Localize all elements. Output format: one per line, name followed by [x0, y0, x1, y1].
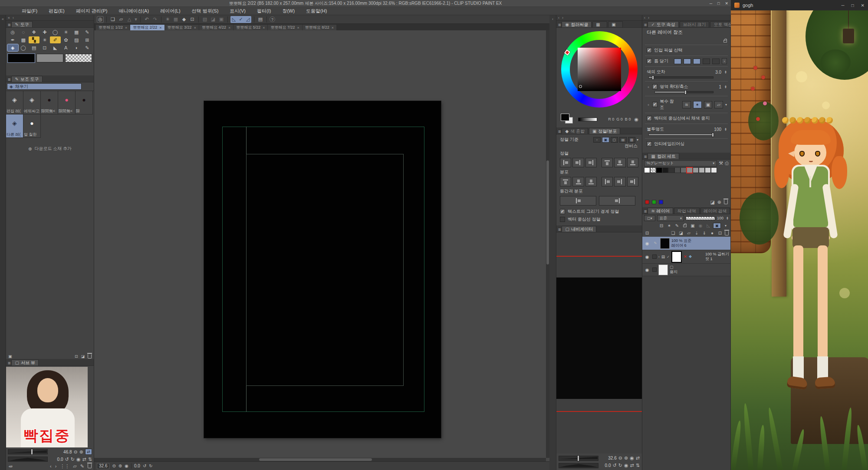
swatch-gray-40[interactable]	[681, 167, 687, 173]
wand-tool[interactable]: ✳	[61, 29, 72, 36]
menu-window[interactable]: 창(W)	[282, 8, 295, 14]
close-tab-icon[interactable]: ×	[228, 26, 230, 30]
panel-menu-icon[interactable]: ≡	[558, 22, 561, 27]
menu-edit[interactable]: 편집(E)	[49, 8, 65, 14]
vector-stop-checkbox[interactable]: ✓	[647, 116, 652, 121]
layer-row-paper[interactable]: ◉ ▢ 용지	[642, 264, 730, 276]
selection-border-icon[interactable]: ▣	[218, 16, 225, 23]
rotate-right-icon[interactable]: ↻	[71, 457, 75, 462]
layer-row-cut1[interactable]: ◉ › ▤ ✓ ✕ ❖ 100 % 곱하기 컷 1	[642, 250, 730, 264]
close-tab-icon[interactable]: ×	[297, 26, 299, 30]
prev-image-icon[interactable]: ‹	[50, 463, 52, 469]
custom-brush-tool[interactable]: ▚	[29, 36, 39, 43]
snap-special-icon[interactable]: ✓	[237, 16, 244, 23]
polyline-tool[interactable]: ◣	[50, 44, 61, 51]
spray-tool[interactable]: ✳	[39, 36, 50, 43]
gogh-minimize-button[interactable]: ─	[841, 3, 844, 8]
text-tool[interactable]: A	[61, 44, 72, 51]
open-image-icon[interactable]: ▱	[73, 463, 76, 469]
layer-thumbnail[interactable]	[660, 238, 670, 249]
minimize-button[interactable]: ─	[710, 1, 712, 6]
delete-icon[interactable]: ✳	[164, 16, 171, 23]
merge-down-icon[interactable]: ⇓	[701, 230, 707, 236]
navigator-zoom-slider[interactable]	[559, 456, 598, 461]
gap-level-5[interactable]	[712, 59, 720, 64]
deselect-icon[interactable]: ▧	[201, 16, 208, 23]
fill-enclosed-icon[interactable]: ◆	[181, 16, 187, 23]
fwd-icon[interactable]: ›	[562, 16, 563, 20]
swatch-red[interactable]	[645, 200, 649, 204]
panel-menu-icon[interactable]: ≡	[644, 154, 647, 159]
collapse-icon[interactable]: «	[8, 16, 10, 20]
swatch-white[interactable]	[644, 167, 650, 173]
basis-dropdown-icon[interactable]: ▾	[637, 138, 638, 142]
layer-color-button[interactable]: ▢▾	[644, 215, 655, 221]
maximize-button[interactable]: □	[717, 1, 720, 6]
snap-grid-icon[interactable]: ◿	[244, 16, 251, 23]
swatch-transparent[interactable]	[650, 167, 656, 173]
delete-layer-icon[interactable]	[725, 231, 729, 235]
eyedropper-icon[interactable]: ✎	[7, 463, 14, 469]
layer-opacity-spinner[interactable]: ▲▼	[726, 216, 729, 220]
swatch-gray-70[interactable]	[699, 167, 705, 173]
refer-all-layers-button[interactable]: ≋	[682, 101, 691, 108]
tab-color-hidden-2[interactable]: ▣	[608, 21, 623, 27]
subtool-clipped[interactable]: ● 隙	[76, 91, 93, 114]
pattern-tool[interactable]: ▩	[18, 36, 29, 43]
subtool-edit-layer[interactable]: ◈ 편집 레(	[6, 91, 23, 114]
zoom-out-icon[interactable]: ⊖	[74, 449, 78, 455]
vector-center-align-checkbox[interactable]	[560, 217, 565, 222]
doc-tab-4[interactable]: 뽀뽀해요 4/22×	[199, 25, 233, 30]
close-tab-icon[interactable]: ×	[159, 26, 161, 30]
gap-level-4[interactable]	[703, 59, 710, 64]
tab-color-set[interactable]: ▦ 컬러 세트	[648, 153, 679, 159]
subtool-gapless-pink[interactable]: ● 隙間無<	[58, 91, 76, 114]
selection-tool[interactable]: ◌	[18, 29, 29, 36]
doc-tab-6[interactable]: 뽀뽀해요 7/22×	[268, 25, 302, 30]
lock-layer-icon[interactable]	[682, 223, 688, 228]
adjacent-pixels-checkbox[interactable]: ✓	[647, 48, 652, 53]
tab-brush-size[interactable]: 브러시 크기	[680, 21, 710, 27]
move-tool[interactable]: ✚	[39, 29, 50, 36]
blend-mode-dropdown[interactable]: 표준 ▾	[657, 215, 684, 221]
doc-tab-1[interactable]: 뽀뽀해요 1/22×	[96, 25, 130, 30]
align-top-button[interactable]	[602, 158, 613, 167]
new-document-icon[interactable]: ❏	[109, 16, 116, 23]
swatch-gray-10[interactable]	[662, 167, 668, 173]
basis-frame-button[interactable]: ▤	[619, 137, 627, 143]
companion-mode-icon[interactable]: ▤	[257, 16, 264, 23]
border-tool[interactable]: ⊡	[39, 44, 50, 51]
create-mask-icon[interactable]: ●	[709, 230, 715, 236]
panel-menu-icon[interactable]: ≡	[558, 227, 561, 232]
canvas-hscrollbar[interactable]	[94, 458, 546, 461]
subview-mode-toggle[interactable]: ⇄	[85, 449, 92, 455]
tab-align-distribute[interactable]: ▣ 정렬/분포	[589, 128, 620, 134]
pen-tool[interactable]: ✒	[7, 36, 18, 43]
equal-space-v-button[interactable]	[560, 196, 596, 206]
colorset-dropdown[interactable]: %グレーセット ▾	[644, 160, 717, 166]
transfer-down-icon[interactable]: ⇣	[694, 230, 700, 236]
menu-help[interactable]: 도움말(H)	[306, 8, 327, 14]
save-icon[interactable]: △	[126, 16, 133, 23]
clip-studio-logo-icon[interactable]: ◎	[97, 16, 104, 23]
layer-row-layer6[interactable]: ◉ ✎ 100 % 표준 레이어 6	[642, 237, 730, 250]
dist-left-button[interactable]	[602, 177, 613, 186]
tab-navigator[interactable]: ▢ 내비게이터	[562, 226, 596, 232]
swatch-gray-20[interactable]	[668, 167, 674, 173]
close-tab-icon[interactable]: ×	[125, 26, 127, 30]
transparent-color-swatch[interactable]	[65, 54, 92, 62]
draft-layer-icon[interactable]: ✎	[674, 223, 680, 228]
close-tab-icon[interactable]: ×	[194, 26, 196, 30]
dist-middle-button[interactable]	[572, 177, 584, 186]
decoration-tool[interactable]: ✿	[61, 36, 72, 43]
antialias-checkbox[interactable]: ✓	[647, 141, 652, 147]
zoom-out-icon[interactable]: ⊖	[112, 463, 115, 468]
visibility-eye-icon[interactable]: ◉	[644, 241, 651, 246]
new-layer-icon[interactable]: ❏	[670, 230, 676, 236]
back-icon[interactable]: ‹	[644, 16, 645, 20]
ruler-range-icon[interactable]: ◺	[705, 223, 711, 228]
close-tab-icon[interactable]: ×	[332, 26, 334, 30]
new-folder-icon[interactable]: ▱	[686, 230, 692, 236]
refer-folder-button[interactable]: ▱	[714, 101, 723, 108]
zoom-in-icon[interactable]: ⊕	[624, 455, 628, 461]
